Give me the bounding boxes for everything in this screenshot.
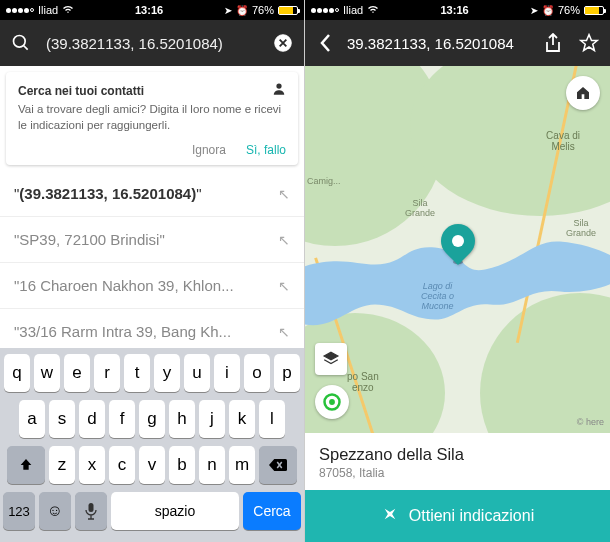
key-shift[interactable] [7,446,45,484]
location-arrow-icon: ➤ [530,5,538,16]
battery-pct: 76% [252,4,274,16]
screen-map-detail: Iliad 13:16 ➤ ⏰ 76% 39.3821133, 16.52010… [305,0,610,542]
screen-search: Iliad 13:16 ➤ ⏰ 76% (39.3821133, 16.5201… [0,0,305,542]
map-label-lake: Lago diCecita oMucone [421,281,454,311]
key-y[interactable]: y [154,354,180,392]
place-name: Spezzano della Sila [319,445,596,464]
header-title: 39.3821133, 16.5201084 [347,35,532,52]
key-x[interactable]: x [79,446,105,484]
key-p[interactable]: p [274,354,300,392]
key-g[interactable]: g [139,400,165,438]
map-canvas[interactable]: Cava diMelis SilaGrande SilaGrande Lago … [305,66,610,433]
place-sub: 87058, Italia [319,466,596,480]
search-results-list: "(39.3821133, 16.5201084)" ↖ "SP39, 7210… [0,171,304,348]
keyboard-row: q w e r t y u i o p [3,354,301,392]
person-icon [272,82,286,100]
search-icon[interactable] [10,32,32,54]
battery-icon [278,6,298,15]
key-f[interactable]: f [109,400,135,438]
clock-label: 13:16 [441,4,469,16]
search-input[interactable]: (39.3821133, 16.5201084) [42,35,262,52]
favorite-button[interactable] [578,32,600,54]
contacts-ignore-button[interactable]: Ignora [192,143,226,157]
locate-me-button[interactable] [315,385,349,419]
cta-label: Ottieni indicazioni [409,507,534,525]
map-pin[interactable] [441,224,475,264]
alarm-icon: ⏰ [236,5,248,16]
key-m[interactable]: m [229,446,255,484]
layers-button[interactable] [315,343,347,375]
statusbar: Iliad 13:16 ➤ ⏰ 76% [305,0,610,20]
map-label-sila: SilaGrande [405,198,435,218]
insert-arrow-icon[interactable]: ↖ [278,278,290,294]
signal-icon [6,8,34,13]
key-numbers[interactable]: 123 [3,492,35,530]
key-k[interactable]: k [229,400,255,438]
ios-keyboard: q w e r t y u i o p a s d f g h j k l z [0,348,304,542]
key-b[interactable]: b [169,446,195,484]
location-arrow-icon: ➤ [224,5,232,16]
carrier-label: Iliad [343,4,363,16]
place-sheet: Spezzano della Sila 87058, Italia [305,433,610,490]
key-c[interactable]: c [109,446,135,484]
wifi-icon [367,4,379,16]
keyboard-row: a s d f g h j k l [3,400,301,438]
insert-arrow-icon[interactable]: ↖ [278,186,290,202]
svg-rect-4 [89,503,94,512]
battery-pct: 76% [558,4,580,16]
keyboard-row: z x c v b n m [3,446,301,484]
insert-arrow-icon[interactable]: ↖ [278,324,290,340]
key-u[interactable]: u [184,354,210,392]
key-search[interactable]: Cerca [243,492,301,530]
search-result-row[interactable]: "16 Charoen Nakhon 39, Khlon... ↖ [0,263,304,309]
key-h[interactable]: h [169,400,195,438]
contacts-card-title: Cerca nei tuoi contatti [18,84,144,98]
result-text: "33/16 Rarm Intra 39, Bang Kh... [14,323,231,340]
wifi-icon [62,4,74,16]
svg-point-6 [329,399,335,405]
key-space[interactable]: spazio [111,492,239,530]
key-dictation[interactable] [75,492,107,530]
back-button[interactable] [315,32,337,54]
home-button[interactable] [566,76,600,110]
share-button[interactable] [542,32,564,54]
key-i[interactable]: i [214,354,240,392]
carrier-label: Iliad [38,4,58,16]
get-directions-button[interactable]: Ottieni indicazioni [305,490,610,542]
insert-arrow-icon[interactable]: ↖ [278,232,290,248]
key-v[interactable]: v [139,446,165,484]
detail-header: 39.3821133, 16.5201084 [305,20,610,66]
svg-line-1 [24,46,28,50]
key-w[interactable]: w [34,354,60,392]
clear-search-button[interactable] [272,32,294,54]
contacts-accept-button[interactable]: Sì, fallo [246,143,286,157]
key-a[interactable]: a [19,400,45,438]
key-r[interactable]: r [94,354,120,392]
key-o[interactable]: o [244,354,270,392]
directions-icon [381,505,399,527]
battery-icon [584,6,604,15]
key-s[interactable]: s [49,400,75,438]
key-j[interactable]: j [199,400,225,438]
signal-icon [311,8,339,13]
key-n[interactable]: n [199,446,225,484]
search-result-row[interactable]: "33/16 Rarm Intra 39, Bang Kh... ↖ [0,309,304,348]
search-result-row[interactable]: "SP39, 72100 Brindisi" ↖ [0,217,304,263]
search-result-row[interactable]: "(39.3821133, 16.5201084)" ↖ [0,171,304,217]
key-t[interactable]: t [124,354,150,392]
svg-point-0 [14,36,26,48]
key-d[interactable]: d [79,400,105,438]
map-label-sila: SilaGrande [566,218,596,238]
key-e[interactable]: e [64,354,90,392]
map-credits: © here [577,417,604,427]
clock-label: 13:16 [135,4,163,16]
contacts-prompt-card: Cerca nei tuoi contatti Vai a trovare de… [6,72,298,165]
key-backspace[interactable] [259,446,297,484]
result-text: "16 Charoen Nakhon 39, Khlon... [14,277,234,294]
key-q[interactable]: q [4,354,30,392]
key-l[interactable]: l [259,400,285,438]
key-z[interactable]: z [49,446,75,484]
map-label-town: po Sanenzo [347,371,379,393]
alarm-icon: ⏰ [542,5,554,16]
key-emoji[interactable]: ☺ [39,492,71,530]
